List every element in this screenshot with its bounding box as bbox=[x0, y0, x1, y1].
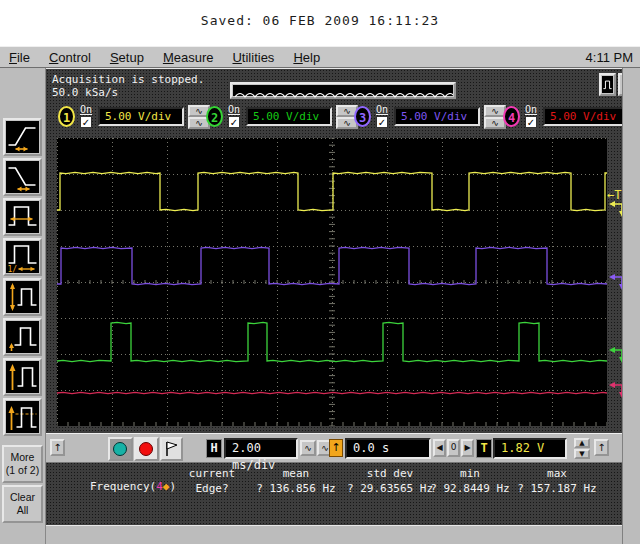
menu-control[interactable]: Control bbox=[49, 50, 91, 65]
trigger-sidebar: 1/ More (1 of 2) Clear All bbox=[0, 68, 46, 544]
trigger-mode-button[interactable] bbox=[599, 73, 616, 96]
channel-3-on-label: On bbox=[376, 104, 388, 115]
trigger-timeout-button[interactable] bbox=[3, 398, 42, 436]
pulse-icon bbox=[602, 76, 613, 93]
single-acquisition-button[interactable] bbox=[160, 437, 183, 461]
channel-1-on-label: On bbox=[80, 104, 92, 115]
edge-falling-icon bbox=[6, 161, 39, 193]
sample-rate: 50.0 kSa/s bbox=[52, 86, 118, 99]
channel-2-on-label: On bbox=[228, 104, 240, 115]
trigger-glitch-button[interactable]: 1/ bbox=[3, 238, 42, 276]
trigger-edge-falling-button[interactable] bbox=[3, 158, 42, 196]
channel-2-scale-field[interactable]: 5.00 V/div bbox=[246, 107, 332, 126]
right-bezel bbox=[622, 68, 640, 544]
more-button[interactable]: More (1 of 2) bbox=[2, 445, 43, 483]
measurement-max-column: max? 157.187 Hz bbox=[502, 467, 612, 495]
channel-4-badge[interactable]: 4 bbox=[503, 106, 520, 127]
channel-4-controls: 4 On ✓ 5.00 V/div ∿∿ bbox=[503, 103, 640, 131]
marker-right-button[interactable]: ↑ bbox=[594, 439, 609, 456]
timebase-field[interactable]: 2.00 ms/div bbox=[224, 438, 298, 459]
stop-button[interactable] bbox=[134, 437, 159, 461]
trigger-level-field[interactable]: 1.82 V bbox=[493, 438, 567, 459]
crt-panel: Acquisition is stopped. 50.0 kSa/s 1 On … bbox=[46, 68, 622, 525]
tall-pulse-icon bbox=[6, 361, 39, 393]
glitch-icon: 1/ bbox=[6, 241, 39, 273]
run-indicator bbox=[113, 442, 127, 456]
trigger-position-marker-button[interactable]: ↑ bbox=[329, 439, 343, 457]
channel-1-checkbox[interactable]: ✓ bbox=[80, 116, 92, 128]
horizontal-trigger-controls: ↑ H 2.00 ms/div ∿ ∿ ↑ 0.0 s ◀ 0 ▶ T 1.82… bbox=[46, 433, 622, 463]
run-button[interactable] bbox=[108, 437, 133, 461]
timeout-pulse-icon bbox=[6, 401, 39, 433]
channel-3-controls: 3 On ✓ 5.00 V/div ∿∿ bbox=[354, 103, 500, 131]
trigger-level-up-button[interactable]: ▲ bbox=[574, 438, 590, 448]
trigger-edge-rising-button[interactable] bbox=[3, 118, 42, 156]
waveform-display bbox=[57, 138, 607, 426]
position-left-button[interactable]: ◀ bbox=[433, 439, 446, 457]
channel-3-checkbox[interactable]: ✓ bbox=[376, 116, 388, 128]
measurement-readout: Frequency(4◆) currentEdge? mean? 136.856… bbox=[46, 463, 622, 526]
clock: 4:11 PM bbox=[586, 50, 633, 65]
saved-banner: Saved: 06 FEB 2009 16:11:23 bbox=[201, 13, 439, 28]
scope-body: 1/ More (1 of 2) Clear All Acquisition i… bbox=[0, 68, 640, 544]
edge-rising-icon bbox=[6, 121, 39, 153]
horizontal-badge: H bbox=[206, 439, 222, 458]
trigger-runt-button[interactable] bbox=[3, 278, 42, 316]
oscilloscope-screen: Saved: 06 FEB 2009 16:11:23 File Control… bbox=[0, 0, 640, 544]
channel-3-badge[interactable]: 3 bbox=[354, 106, 371, 127]
low-pulse-icon bbox=[6, 321, 39, 353]
memory-bar-wave bbox=[233, 89, 453, 100]
bottom-bezel bbox=[46, 525, 622, 544]
channel-1-badge[interactable]: 1 bbox=[58, 106, 75, 127]
channel-3-scale-field[interactable]: 5.00 V/div bbox=[394, 107, 480, 126]
channel-1-scale-field[interactable]: 5.00 V/div bbox=[98, 107, 184, 126]
channel-4-on-label: On bbox=[525, 104, 537, 115]
channel-2-controls: 2 On ✓ 5.00 V/div ∿∿ bbox=[206, 103, 352, 131]
timebase-fine-button[interactable]: ∿ bbox=[300, 440, 316, 456]
horizontal-position-field[interactable]: 0.0 s bbox=[345, 438, 431, 459]
pulse-width-icon bbox=[6, 201, 39, 233]
graticule-grid bbox=[57, 138, 607, 426]
flag-icon bbox=[162, 439, 181, 459]
trigger-pulse-width-button[interactable] bbox=[3, 198, 42, 236]
saved-banner-bar: Saved: 06 FEB 2009 16:11:23 bbox=[0, 0, 640, 46]
channel-4-scale-field[interactable]: 5.00 V/div bbox=[543, 107, 629, 126]
stop-indicator bbox=[139, 442, 153, 456]
menu-help[interactable]: Help bbox=[293, 50, 320, 65]
trigger-badge: T bbox=[476, 439, 492, 458]
acquisition-position-slider[interactable] bbox=[230, 82, 456, 99]
menu-measure[interactable]: Measure bbox=[163, 50, 214, 65]
channel-2-badge[interactable]: 2 bbox=[206, 106, 223, 127]
channel-4-checkbox[interactable]: ✓ bbox=[525, 116, 537, 128]
svg-text:1/: 1/ bbox=[8, 265, 18, 273]
acquisition-status: Acquisition is stopped. bbox=[52, 73, 204, 86]
menu-setup[interactable]: Setup bbox=[110, 50, 144, 65]
position-right-button[interactable]: ▶ bbox=[461, 439, 474, 457]
marker-left-button[interactable]: ↑ bbox=[50, 439, 65, 456]
trace-channel-4 bbox=[57, 392, 607, 393]
menu-utilities[interactable]: Utilities bbox=[232, 50, 274, 65]
runt-icon bbox=[6, 281, 39, 313]
clear-all-button[interactable]: Clear All bbox=[2, 485, 43, 523]
trigger-level-down-button[interactable]: ▼ bbox=[574, 449, 590, 459]
channel-1-controls: 1 On ✓ 5.00 V/div ∿∿ bbox=[58, 103, 204, 131]
trigger-tall-pulse-button[interactable] bbox=[3, 358, 42, 396]
position-zero-button[interactable]: 0 bbox=[447, 439, 460, 457]
trigger-low-pulse-button[interactable] bbox=[3, 318, 42, 356]
menu-bar: File Control Setup Measure Utilities Hel… bbox=[0, 46, 640, 68]
channel-2-checkbox[interactable]: ✓ bbox=[228, 116, 240, 128]
menu-file[interactable]: File bbox=[9, 50, 30, 65]
